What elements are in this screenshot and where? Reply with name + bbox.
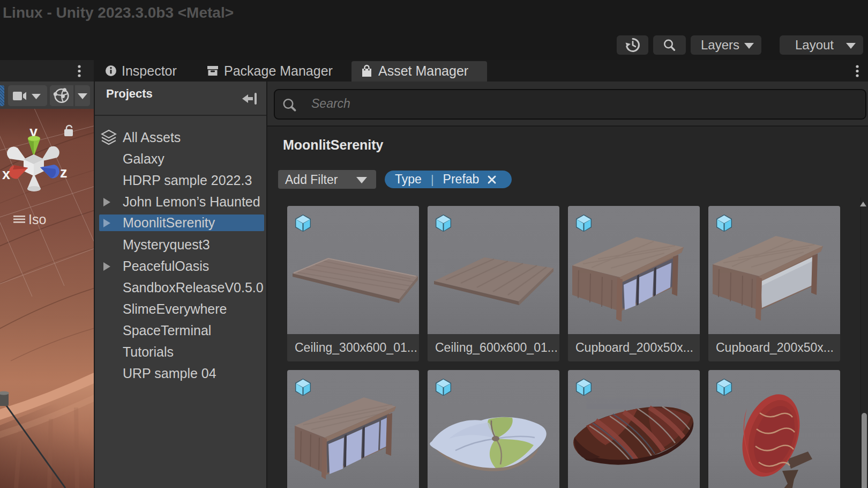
svg-text:Iso: Iso [28, 212, 46, 227]
svg-text:z: z [60, 165, 68, 181]
svg-text:x: x [2, 166, 10, 182]
